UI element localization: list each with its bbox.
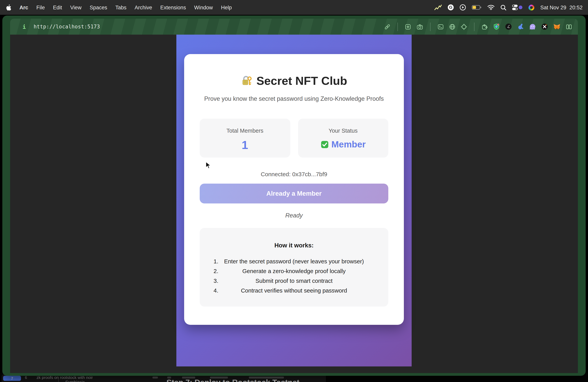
url-bar[interactable]: i http://localhost:5173 bbox=[10, 23, 100, 30]
battery-icon[interactable] bbox=[472, 5, 482, 10]
list-item: 4. Contract verifies without seeing pass… bbox=[200, 286, 388, 296]
background-tab-count: 6 bbox=[25, 375, 27, 380]
connected-address: Connected: 0x37cb...7bf9 bbox=[184, 171, 404, 177]
phantom-wallet-icon[interactable] bbox=[529, 23, 536, 30]
terminal-icon[interactable] bbox=[437, 23, 444, 30]
apple-icon[interactable] bbox=[6, 4, 11, 10]
total-members-box: Total Members 1 bbox=[200, 119, 290, 158]
list-item: 1. Enter the secret password (never leav… bbox=[200, 257, 388, 266]
background-toolbar-icons bbox=[152, 377, 158, 379]
camera-icon[interactable] bbox=[416, 23, 423, 30]
adguard-shield-icon[interactable] bbox=[493, 23, 500, 30]
page-title: Secret NFT Club bbox=[184, 54, 404, 87]
macos-menu-bar: Arc File Edit View Spaces Tabs Archive E… bbox=[0, 0, 588, 15]
page-title-text: Secret NFT Club bbox=[256, 74, 347, 87]
check-mark-emoji bbox=[320, 140, 329, 149]
menu-help[interactable]: Help bbox=[221, 4, 232, 10]
svg-text:G: G bbox=[449, 5, 452, 10]
grammarly-icon[interactable]: G bbox=[448, 4, 454, 11]
step-text: Enter the secret password (never leaves … bbox=[200, 257, 388, 266]
step-text: Submit proof to smart contract bbox=[200, 276, 388, 286]
background-doc-heading: Step 7: Deploy to Rootstock Testnet bbox=[167, 378, 299, 382]
toolbar-divider bbox=[430, 22, 431, 31]
puzzle-extensions-icon[interactable] bbox=[481, 23, 488, 30]
step-text: Contract verifies without seeing passwor… bbox=[200, 286, 388, 296]
url-text[interactable]: http://localhost:5173 bbox=[34, 24, 100, 30]
total-members-label: Total Members bbox=[200, 119, 290, 134]
browser-toolbar: i http://localhost:5173 bbox=[10, 19, 578, 35]
background-tab-badge[interactable]: 7 bbox=[3, 376, 21, 381]
list-item: 3. Submit proof to smart contract bbox=[200, 276, 388, 286]
step-number: 3. bbox=[210, 276, 218, 286]
step-number: 2. bbox=[210, 266, 218, 276]
menu-tabs[interactable]: Tabs bbox=[115, 4, 126, 10]
wifi-icon[interactable] bbox=[487, 5, 495, 10]
step-text: Generate a zero-knowledge proof locally bbox=[200, 266, 388, 276]
mouse-cursor bbox=[205, 161, 211, 171]
site-info-icon[interactable]: i bbox=[22, 23, 26, 30]
menu-extensions[interactable]: Extensions bbox=[160, 4, 186, 10]
link-icon[interactable] bbox=[384, 23, 391, 30]
already-a-member-button[interactable]: Already a Member bbox=[200, 184, 388, 203]
page-gradient-background: Secret NFT Club Prove you know the secre… bbox=[176, 35, 412, 366]
total-members-value: 1 bbox=[200, 138, 290, 152]
toolbar-divider bbox=[474, 22, 474, 31]
metamask-fox-icon[interactable] bbox=[553, 23, 561, 30]
svg-text:ℒ: ℒ bbox=[507, 24, 510, 29]
how-it-works-heading: How it works: bbox=[200, 228, 388, 249]
menu-window[interactable]: Window bbox=[194, 4, 213, 10]
menu-view[interactable]: View bbox=[70, 4, 82, 10]
background-site-label: Symbiosis bbox=[65, 380, 85, 382]
browser-viewport: Secret NFT Club Prove you know the secre… bbox=[10, 35, 578, 373]
spotlight-search-icon[interactable] bbox=[501, 4, 506, 10]
step-number: 1. bbox=[210, 257, 218, 266]
loom-icon[interactable]: ℒ bbox=[505, 23, 512, 30]
your-status-label: Your Status bbox=[298, 119, 388, 134]
crosshair-icon[interactable] bbox=[461, 23, 467, 30]
menu-app-name[interactable]: Arc bbox=[20, 4, 28, 10]
x-wallet-icon[interactable] bbox=[541, 23, 548, 30]
globe-icon[interactable] bbox=[449, 23, 456, 30]
member-text: Member bbox=[331, 139, 366, 150]
page-subtitle: Prove you know the secret password using… bbox=[184, 95, 404, 102]
lock-with-key-emoji bbox=[241, 75, 252, 87]
menu-spaces[interactable]: Spaces bbox=[90, 4, 107, 10]
control-center-icon[interactable] bbox=[512, 4, 523, 11]
menu-archive[interactable]: Archive bbox=[135, 4, 152, 10]
play-circle-icon[interactable] bbox=[460, 4, 466, 11]
background-divider bbox=[58, 379, 59, 382]
step-number: 4. bbox=[210, 286, 218, 296]
stats-row: Total Members 1 Your Status Member bbox=[200, 119, 388, 158]
stocks-icon[interactable] bbox=[435, 4, 442, 10]
your-status-box: Your Status Member bbox=[298, 119, 388, 158]
menubar-date: Sat Nov 29 bbox=[540, 4, 567, 10]
menubar-clock[interactable]: Sat Nov 29 20:52 bbox=[540, 4, 583, 10]
menubar-time: 20:52 bbox=[569, 4, 583, 10]
list-item: 2. Generate a zero-knowledge proof local… bbox=[200, 266, 388, 276]
your-status-value: Member bbox=[298, 139, 388, 150]
toolbar-divider bbox=[398, 22, 398, 31]
rainbow-ring-icon[interactable] bbox=[529, 4, 535, 10]
status-text: Ready bbox=[184, 212, 404, 219]
rabbit-icon[interactable] bbox=[517, 23, 524, 30]
arc-browser-window: i http://localhost:5173 bbox=[2, 16, 586, 376]
how-it-works-list: 1. Enter the secret password (never leav… bbox=[200, 257, 388, 296]
menu-edit[interactable]: Edit bbox=[53, 4, 62, 10]
split-view-icon[interactable] bbox=[566, 23, 572, 30]
secret-nft-club-card: Secret NFT Club Prove you know the secre… bbox=[184, 54, 404, 325]
flower-capture-icon[interactable] bbox=[404, 23, 411, 30]
how-it-works-box: How it works: 1. Enter the secret passwo… bbox=[200, 228, 388, 307]
screen: Arc File Edit View Spaces Tabs Archive E… bbox=[0, 0, 588, 382]
menu-file[interactable]: File bbox=[36, 4, 45, 10]
